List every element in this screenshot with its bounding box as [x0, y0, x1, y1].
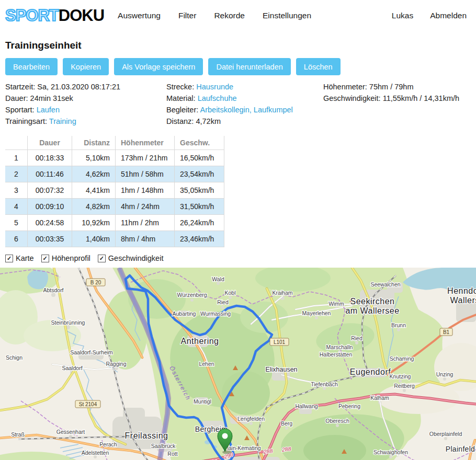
map-label: Ried [217, 299, 229, 305]
lap-distanz: 10,92km [72, 215, 116, 231]
road-badge-b20: B 20 [86, 279, 105, 286]
checkbox-icon: ✓ [41, 255, 49, 262]
toggle-label: Geschwindigkeit [108, 254, 164, 262]
map-label: Lengfelden [237, 416, 265, 422]
lap-geschw: 35,05km/h [175, 182, 224, 199]
detail-value: 11,55km/h / 14,31km/h [383, 94, 459, 102]
map-label: Schign [6, 354, 22, 361]
save-as-template-button[interactable]: Als Vorlage speichern [114, 58, 203, 75]
map-label: Seekirchen [350, 297, 394, 306]
nav-filter[interactable]: Filter [178, 11, 196, 20]
map-label: Adelstetten [82, 450, 109, 456]
lap-hoehenmeter: 8hm / 4hm [116, 231, 175, 247]
lap-num: 6 [5, 231, 28, 247]
top-navigation-bar: SPORTDOKU Auswertung Filter Rekorde Eins… [0, 0, 476, 31]
road-badge-b1: B1 [440, 328, 452, 336]
sportart-link[interactable]: Laufen [37, 106, 60, 114]
user-nav: Lukas Abmelden [392, 11, 467, 20]
detail-label: Geschwindigkeit: [323, 94, 381, 102]
map-label: Wimm [328, 301, 344, 307]
lap-distanz: 4,82km [72, 199, 116, 215]
route-map[interactable]: B 20 L101 St 2104 B1 Abtsdorf Steinbrünn… [0, 268, 476, 460]
map-label: Würzenberg [177, 292, 207, 298]
begleiter-link[interactable]: Arbeitskollegin, Laufkumpel [200, 106, 293, 114]
map-label: Knutzing [390, 373, 411, 380]
checkbox-icon: ✓ [98, 255, 106, 262]
layer-toggles: ✓ Karte ✓ Höhenprofil ✓ Geschwindigkeit [5, 254, 476, 262]
logo-doku: DOKU [59, 6, 104, 25]
map-label: Ragging [106, 361, 126, 367]
lap-hoehenmeter: 11hm / 2hm [116, 215, 175, 231]
map-label: Saalbrück [151, 443, 176, 449]
lap-num: 1 [5, 150, 28, 166]
lap-row[interactable]: 5 00:24:58 10,92km 11hm / 2hm 26,24km/h [5, 215, 224, 231]
detail-label: Höhenmeter: [323, 83, 367, 91]
map-label: Ried [351, 335, 362, 341]
map-label: Saaldorf [62, 365, 82, 371]
toggle-karte[interactable]: ✓ Karte [5, 254, 34, 262]
detail-label: Distanz: [166, 117, 194, 125]
lap-row[interactable]: 3 00:07:32 4,41km 1hm / 148hm 35,05km/h [5, 182, 224, 199]
nav-auswertung[interactable]: Auswertung [118, 11, 161, 20]
laps-table: Dauer Distanz Höhenmeter Geschw. 1 00:18… [5, 136, 224, 247]
nav-user[interactable]: Lukas [392, 11, 413, 20]
map-label: Brunn [391, 322, 406, 328]
map-label: Lehen [199, 361, 214, 367]
nav-logout[interactable]: Abmelden [430, 11, 467, 20]
map-label: Schwaighofen [373, 449, 408, 455]
lap-row[interactable]: 6 00:03:35 1,40km 8hm / 4hm 23,46km/h [5, 231, 224, 247]
col-header-hoehenmeter: Höhenmeter [116, 136, 175, 150]
map-label: Hallwang [295, 403, 318, 409]
lap-num: 5 [5, 215, 28, 231]
lap-dauer: 00:03:35 [28, 231, 72, 247]
lap-hoehenmeter: 4hm / 24hm [116, 199, 175, 215]
strecke-link[interactable]: Hausrunde [196, 83, 233, 91]
lap-dauer: 00:09:10 [28, 199, 72, 215]
map-label: Steinbrünning [51, 319, 85, 326]
training-details: Startzeit: Sa, 21.03.2020 08:17:21 Dauer… [5, 83, 476, 129]
map-label: Eugendorf [350, 367, 391, 376]
svg-text:B1: B1 [443, 329, 450, 335]
map-label: Saaldorf-Surheim [70, 349, 113, 355]
map-label: Rott [167, 451, 177, 457]
toggle-geschwindigkeit[interactable]: ✓ Geschwindigkeit [98, 254, 164, 262]
details-column-2: Strecke: Hausrunde Material: Laufschuhe … [166, 83, 323, 129]
nav-einstellungen[interactable]: Einstellungen [263, 11, 311, 20]
detail-label: Startzeit: [5, 83, 35, 91]
toggle-hoehenprofil[interactable]: ✓ Höhenprofil [41, 254, 90, 262]
map-label: Oberesch [325, 418, 349, 424]
download-file-button[interactable]: Datei herunterladen [208, 58, 290, 75]
detail-value: 4,72km [196, 117, 221, 125]
col-header-dauer: Dauer [28, 136, 72, 150]
lap-dauer: 00:07:32 [28, 182, 72, 199]
main-nav: Auswertung Filter Rekorde Einstellungen [118, 11, 311, 20]
map-label: Reitberg [394, 383, 415, 389]
map-label: Wald [212, 276, 224, 282]
lap-hoehenmeter: 51hm / 58hm [116, 166, 175, 182]
road-badge-l101: L101 [270, 338, 289, 346]
trainingsart-link[interactable]: Training [49, 117, 76, 125]
map-label: Perach [99, 441, 117, 447]
map-label: Pebering [338, 403, 360, 409]
lap-geschw: 23,46km/h [175, 231, 224, 247]
detail-label: Dauer: [5, 94, 28, 102]
laps-header-row: Dauer Distanz Höhenmeter Geschw. [5, 136, 224, 150]
details-column-1: Startzeit: Sa, 21.03.2020 08:17:21 Dauer… [5, 83, 166, 129]
detail-label: Begleiter: [166, 106, 198, 114]
app-logo[interactable]: SPORTDOKU [5, 6, 104, 25]
delete-button[interactable]: Löschen [296, 58, 341, 75]
map-label: Unzing [436, 371, 454, 377]
lap-row[interactable]: 2 00:11:46 4,62km 51hm / 58hm 23,54km/h [5, 166, 224, 182]
lap-hoehenmeter: 1hm / 148hm [116, 182, 175, 199]
lap-row[interactable]: 1 00:18:33 5,10km 173hm / 21hm 16,50km/h [5, 150, 224, 166]
page-title: Trainingseinheit [5, 40, 476, 51]
edit-button[interactable]: Bearbeiten [5, 58, 58, 75]
map-label: Muntigl [194, 398, 211, 405]
svg-text:L101: L101 [274, 339, 286, 345]
lap-row[interactable]: 4 00:09:10 4,82km 4hm / 24hm 31,50km/h [5, 199, 224, 215]
lap-num: 4 [5, 199, 28, 215]
nav-rekorde[interactable]: Rekorde [214, 11, 245, 20]
material-link[interactable]: Laufschuhe [198, 94, 237, 102]
map-label: Mayerlehen [302, 310, 331, 316]
copy-button[interactable]: Kopieren [63, 58, 109, 75]
